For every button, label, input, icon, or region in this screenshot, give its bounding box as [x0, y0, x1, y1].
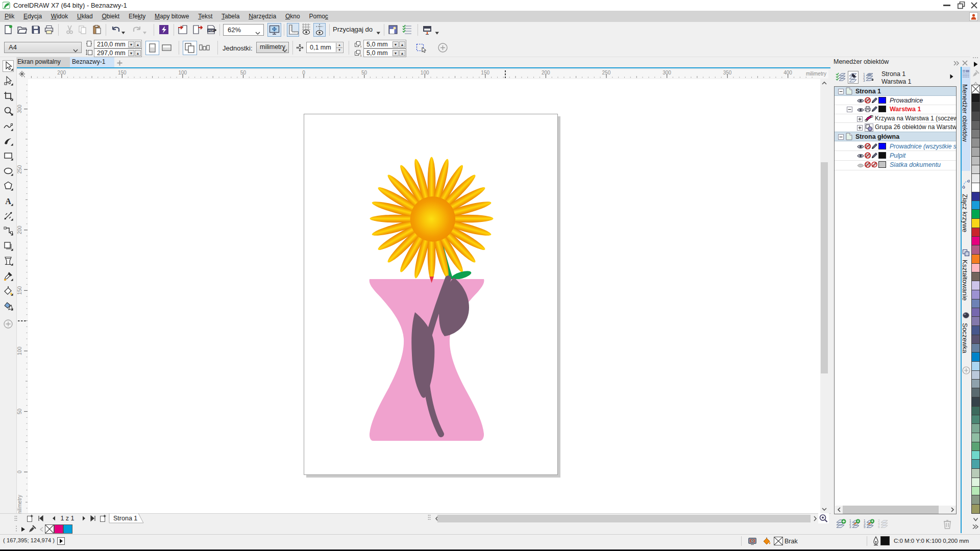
svg-text:300: 300	[17, 105, 22, 113]
svg-text:A: A	[5, 197, 11, 206]
svg-text:350: 350	[723, 70, 732, 76]
svg-text:PDF: PDF	[208, 29, 214, 32]
svg-text:5: 5	[864, 525, 866, 529]
svg-text:y: y	[360, 54, 361, 57]
svg-text:400: 400	[783, 70, 792, 76]
svg-text:50: 50	[361, 70, 368, 76]
svg-text:150: 150	[118, 70, 127, 76]
svg-text:100: 100	[421, 70, 429, 76]
svg-text:x: x	[360, 45, 361, 48]
svg-text:200: 200	[57, 70, 66, 76]
svg-text:milimetry: milimetry	[17, 495, 22, 513]
svg-text:0: 0	[17, 470, 22, 473]
svg-text:200: 200	[542, 70, 550, 76]
svg-text:100: 100	[178, 70, 187, 76]
svg-text:50: 50	[17, 408, 22, 414]
svg-text:6: 6	[878, 525, 880, 529]
svg-text:0: 0	[302, 70, 305, 76]
svg-text:3: 3	[863, 79, 865, 82]
svg-text:150: 150	[17, 286, 22, 295]
svg-text:300: 300	[663, 70, 671, 76]
svg-text:Strona 1: Strona 1	[113, 515, 137, 522]
svg-text:250: 250	[17, 165, 22, 173]
svg-text:250: 250	[602, 70, 611, 76]
svg-text:milimetry: milimetry	[806, 71, 826, 77]
svg-text:150: 150	[481, 70, 489, 76]
svg-text:50: 50	[240, 70, 247, 76]
svg-text:100: 100	[17, 346, 22, 355]
svg-text:3: 3	[849, 525, 851, 529]
svg-text:200: 200	[17, 226, 22, 234]
